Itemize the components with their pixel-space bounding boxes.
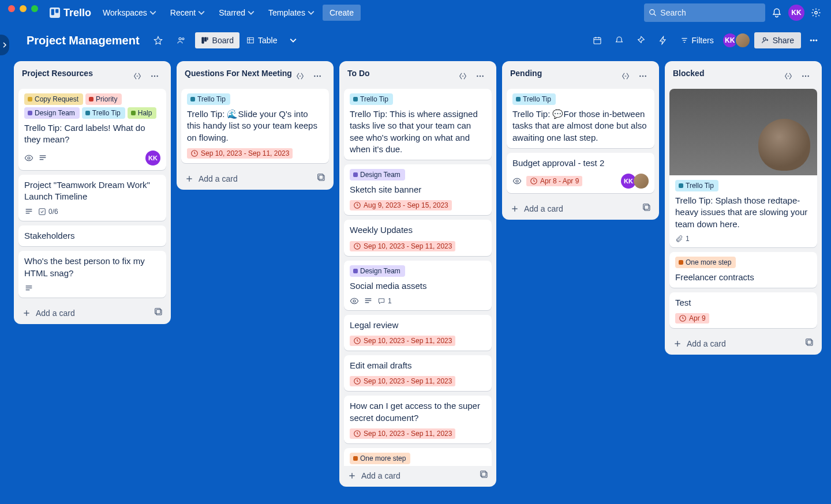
board-menu-button[interactable]: [804, 31, 823, 50]
view-more-button[interactable]: [284, 32, 302, 48]
due-date-badge[interactable]: Sep 10, 2023 - Sep 11, 2023: [350, 428, 455, 439]
share-button[interactable]: Share: [754, 32, 801, 48]
card-template-button[interactable]: [801, 334, 817, 350]
list-menu-button[interactable]: [309, 68, 325, 84]
card-template-button[interactable]: [638, 199, 654, 215]
search-input[interactable]: [660, 8, 761, 17]
view-table-button[interactable]: Table: [241, 32, 283, 48]
label-one_more_step[interactable]: One more step: [675, 257, 736, 268]
filters-button[interactable]: Filters: [676, 32, 718, 48]
list-menu-button[interactable]: [635, 68, 651, 84]
automation-button[interactable]: [610, 31, 628, 50]
card[interactable]: Who's the best person to fix my HTML sna…: [18, 251, 166, 298]
card-title: Project "Teamwork Dream Work" Launch Tim…: [24, 179, 160, 203]
brand-logo[interactable]: Trello: [46, 5, 95, 21]
list-title[interactable]: Questions For Next Meeting: [185, 68, 292, 78]
label-design_team[interactable]: Design Team: [24, 107, 80, 119]
card[interactable]: Copy RequestPriorityDesign TeamTrello Ti…: [18, 89, 166, 170]
add-card-button[interactable]: Add a card: [507, 200, 638, 215]
card[interactable]: One more step: [344, 448, 492, 466]
collapse-list-button[interactable]: [780, 68, 796, 84]
help-button[interactable]: [807, 3, 825, 22]
card[interactable]: Trello TipTrello Tip: This is where assi…: [344, 89, 492, 160]
label-trello_tip[interactable]: Trello Tip: [350, 93, 393, 105]
card[interactable]: TestApr 9: [669, 292, 817, 328]
due-date-badge[interactable]: Sep 10, 2023 - Sep 11, 2023: [187, 148, 293, 159]
label-copy_request[interactable]: Copy Request: [24, 93, 83, 105]
calendar-button[interactable]: [588, 31, 607, 50]
due-date-badge[interactable]: Sep 10, 2023 - Sep 11, 2023: [350, 376, 455, 386]
list-title[interactable]: Project Resources: [22, 68, 129, 78]
list-title[interactable]: To Do: [347, 68, 455, 78]
top-nav: Trello Workspaces Recent Starred Templat…: [0, 0, 831, 25]
card-template-button[interactable]: [150, 303, 166, 319]
member-avatar[interactable]: [634, 174, 649, 189]
board-members[interactable]: KK: [722, 32, 751, 48]
label-trello_tip[interactable]: Trello Tip: [187, 93, 230, 105]
card-title: Weekly Updates: [350, 224, 486, 236]
svg-point-58: [482, 76, 483, 77]
due-date-badge[interactable]: Sep 10, 2023 - Sep 11, 2023: [350, 241, 455, 251]
board-canvas[interactable]: Project ResourcesCopy RequestPriorityDes…: [0, 55, 831, 504]
view-board-button[interactable]: Board: [195, 32, 239, 48]
card[interactable]: One more stepFreelancer contracts: [669, 252, 817, 288]
collapse-list-button[interactable]: [455, 68, 471, 84]
board-title[interactable]: Project Management: [22, 32, 144, 50]
card[interactable]: How can I get access to the super secret…: [344, 396, 492, 443]
card[interactable]: Stakeholders: [18, 225, 166, 246]
card[interactable]: Legal reviewSep 10, 2023 - Sep 11, 2023: [344, 315, 492, 351]
label-halp[interactable]: Halp: [128, 107, 157, 119]
card[interactable]: Weekly UpdatesSep 10, 2023 - Sep 11, 202…: [344, 220, 492, 255]
list-title[interactable]: Blocked: [673, 68, 780, 78]
add-card-button[interactable]: Add a card: [669, 334, 801, 349]
member-avatar[interactable]: [735, 32, 751, 48]
label-trello_tip[interactable]: Trello Tip: [512, 93, 556, 105]
label-design_team[interactable]: Design Team: [350, 265, 405, 277]
label-trello_tip[interactable]: Trello Tip: [675, 180, 718, 191]
nav-workspaces[interactable]: Workspaces: [97, 5, 162, 21]
list-title[interactable]: Pending: [510, 68, 617, 78]
add-card-button[interactable]: Add a card: [181, 170, 313, 185]
user-avatar[interactable]: KK: [788, 5, 804, 21]
nav-starred[interactable]: Starred: [213, 5, 260, 21]
due-date-badge[interactable]: Apr 8 - Apr 9: [526, 176, 582, 186]
add-card-button[interactable]: Add a card: [344, 467, 476, 482]
bolt-button[interactable]: [654, 31, 672, 50]
card[interactable]: Budget approval - test 2Apr 8 - Apr 9KK: [507, 153, 654, 193]
powerup-button[interactable]: [632, 31, 650, 50]
nav-templates[interactable]: Templates: [263, 5, 320, 21]
list-menu-button[interactable]: [472, 68, 488, 84]
card[interactable]: Design TeamSocial media assets1: [344, 261, 492, 310]
card[interactable]: Trello TipTrello Tip: 💬For those in-betw…: [507, 89, 654, 148]
label-priority[interactable]: Priority: [85, 93, 122, 105]
label-trello_tip[interactable]: Trello Tip: [82, 107, 125, 119]
card[interactable]: Design TeamSketch site bannerAug 9, 2023…: [344, 164, 492, 215]
card[interactable]: Trello TipTrello Tip: Splash those redta…: [669, 89, 817, 247]
member-avatar[interactable]: KK: [145, 151, 160, 166]
collapse-list-button[interactable]: [292, 68, 308, 84]
due-date-badge[interactable]: Sep 10, 2023 - Sep 11, 2023: [350, 336, 455, 346]
create-button[interactable]: Create: [323, 5, 361, 21]
card-template-button[interactable]: [313, 169, 329, 185]
collapse-list-button[interactable]: [129, 68, 145, 84]
add-card-button[interactable]: Add a card: [18, 304, 150, 319]
visibility-button[interactable]: [172, 31, 190, 50]
notifications-button[interactable]: [768, 3, 786, 22]
collapse-list-button[interactable]: [617, 68, 634, 84]
list-menu-button[interactable]: [798, 68, 814, 84]
star-button[interactable]: [149, 31, 167, 50]
card-badges: [24, 284, 160, 293]
due-date-badge[interactable]: Apr 9: [675, 313, 709, 324]
due-date-badge[interactable]: Aug 9, 2023 - Sep 15, 2023: [350, 200, 452, 210]
nav-recent[interactable]: Recent: [164, 5, 211, 21]
card[interactable]: Trello TipTrello Tip: 🌊Slide your Q's in…: [181, 89, 329, 163]
card-template-button[interactable]: [476, 466, 492, 482]
label-one_more_step[interactable]: One more step: [350, 453, 410, 464]
label-design_team[interactable]: Design Team: [350, 169, 405, 180]
attachment-badge: 1: [675, 235, 690, 243]
card[interactable]: Project "Teamwork Dream Work" Launch Tim…: [18, 175, 166, 221]
card-labels: Trello Tip: [187, 93, 323, 105]
card[interactable]: Edit email draftsSep 10, 2023 - Sep 11, …: [344, 355, 492, 391]
list-menu-button[interactable]: [147, 68, 163, 84]
search-box[interactable]: [644, 3, 765, 22]
